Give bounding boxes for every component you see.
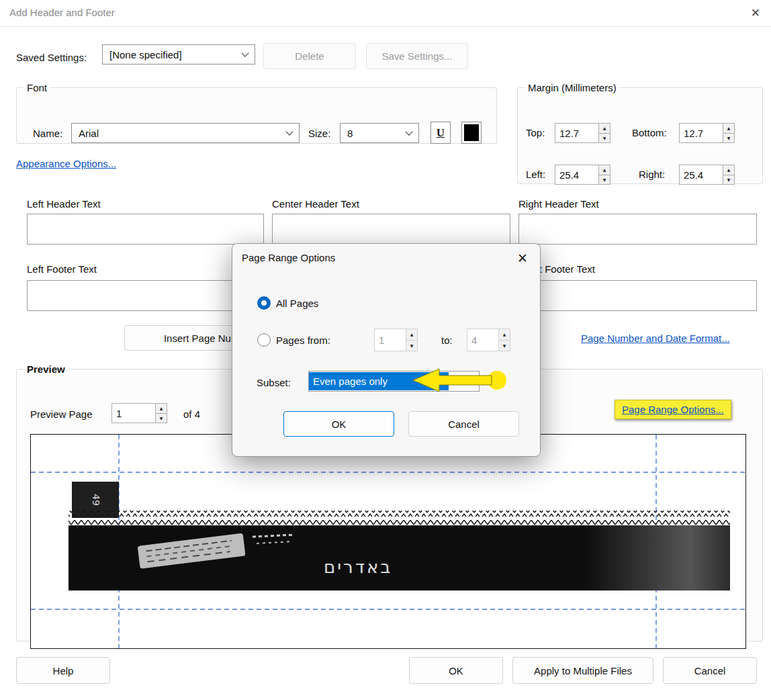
pages-to-input[interactable] [467, 329, 499, 351]
margin-group: Margin (Millimeters) Top: ▲ ▼ Bottom: ▲ … [517, 82, 763, 184]
margin-legend: Margin (Millimeters) [525, 82, 620, 93]
font-size-value: 8 [347, 128, 406, 139]
spinner-down-icon[interactable]: ▼ [723, 175, 735, 185]
appearance-options-link[interactable]: Appearance Options... [16, 158, 116, 169]
dialog-title: Add Header and Footer [9, 7, 115, 18]
modal-cancel-button[interactable]: Cancel [408, 411, 519, 437]
font-name-label: Name: [33, 127, 62, 140]
preview-image: 49 באדרים [31, 435, 746, 649]
page-number-date-format-link[interactable]: Page Number and Date Format... [581, 333, 730, 344]
font-name-value: Arial [79, 128, 287, 139]
left-header-textarea[interactable] [27, 214, 264, 245]
preview-page-input[interactable] [111, 403, 156, 423]
color-sample [464, 124, 479, 141]
preview-page-label: Preview Page [30, 408, 93, 421]
chevron-down-icon [241, 49, 248, 56]
font-name-select[interactable]: Arial [71, 123, 300, 143]
left-footer-textarea[interactable] [27, 280, 264, 311]
spinner-down-icon[interactable]: ▼ [499, 341, 510, 352]
spinner-up-icon[interactable]: ▲ [499, 329, 510, 341]
apply-to-multiple-files-button[interactable]: Apply to Multiple Files [512, 657, 653, 684]
cancel-button[interactable]: Cancel [663, 657, 757, 684]
center-header-textarea[interactable] [272, 214, 510, 245]
center-header-label: Center Header Text [272, 198, 359, 211]
film-edge-zigzag-top [69, 511, 730, 517]
spinner-up-icon[interactable]: ▲ [599, 165, 610, 175]
pages-from-spinner[interactable]: ▲ ▼ [374, 329, 418, 351]
margin-bottom-input[interactable] [679, 123, 723, 143]
pages-from-label: Pages from: [276, 334, 330, 347]
modal-title: Page Range Options [242, 251, 335, 265]
right-header-label: Right Header Text [518, 198, 599, 211]
spinner-up-icon[interactable]: ▲ [599, 123, 610, 134]
spinner-up-icon[interactable]: ▲ [406, 329, 418, 341]
left-footer-label: Left Footer Text [27, 263, 97, 276]
chevron-down-icon [405, 128, 412, 135]
dialog-titlebar: Add Header and Footer ✕ [0, 0, 771, 27]
margin-bottom-spinner[interactable]: ▲ ▼ [679, 123, 735, 143]
film-edge-zigzag-bottom [69, 520, 730, 526]
font-size-label: Size: [308, 127, 330, 140]
help-button[interactable]: Help [16, 657, 110, 684]
margin-bottom-label: Bottom: [632, 126, 667, 140]
spinner-down-icon[interactable]: ▼ [599, 134, 610, 144]
annotation-arrow [410, 367, 512, 395]
pages-from-input[interactable] [374, 329, 406, 351]
margin-left-input[interactable] [555, 165, 599, 185]
saved-settings-value: [None specified] [109, 49, 242, 60]
ok-button[interactable]: OK [409, 657, 503, 684]
preview-legend: Preview [24, 363, 69, 375]
spinner-up-icon[interactable]: ▲ [723, 165, 735, 175]
film-hebrew-text: באדרים [324, 557, 392, 577]
spinner-down-icon[interactable]: ▼ [723, 134, 735, 144]
modal-ok-button[interactable]: OK [283, 411, 394, 437]
saved-settings-select[interactable]: [None specified] [102, 44, 255, 64]
all-pages-radio[interactable] [257, 296, 271, 310]
margin-left-label: Left: [526, 168, 545, 181]
spinner-down-icon[interactable]: ▼ [599, 175, 610, 185]
save-settings-button[interactable]: Save Settings... [366, 43, 468, 69]
page-range-options-highlight: Page Range Options... [615, 400, 731, 419]
font-size-select[interactable]: 8 [340, 123, 419, 143]
margin-right-spinner[interactable]: ▲ ▼ [679, 165, 735, 185]
preview-of-label: of 4 [183, 408, 200, 421]
spinner-down-icon[interactable]: ▼ [156, 414, 167, 424]
margin-top-spinner[interactable]: ▲ ▼ [555, 123, 610, 143]
saved-settings-label: Saved Settings: [16, 51, 87, 64]
right-header-textarea[interactable] [518, 214, 757, 245]
pages-from-radio[interactable] [257, 333, 271, 347]
delete-button[interactable]: Delete [263, 43, 356, 69]
preview-canvas: 49 באדרים [30, 434, 746, 649]
film-number-text: 49 [91, 494, 101, 506]
underline-button[interactable]: U [430, 122, 451, 144]
font-group: Font Name: Arial Size: 8 U [16, 82, 497, 144]
spinner-up-icon[interactable]: ▲ [156, 403, 167, 414]
page-range-options-dialog: Page Range Options ✕ All Pages Pages fro… [232, 243, 541, 457]
spinner-down-icon[interactable]: ▼ [406, 341, 418, 352]
page-range-options-link[interactable]: Page Range Options... [622, 404, 724, 415]
subset-label: Subset: [257, 376, 291, 390]
spinner-up-icon[interactable]: ▲ [723, 123, 735, 134]
all-pages-label: All Pages [276, 297, 318, 310]
preview-page-spinner[interactable]: ▲ ▼ [111, 403, 167, 423]
margin-left-spinner[interactable]: ▲ ▼ [555, 165, 610, 185]
margin-top-label: Top: [526, 126, 545, 140]
margin-right-label: Right: [639, 168, 665, 181]
modal-close-icon[interactable]: ✕ [517, 251, 528, 265]
chevron-down-icon [285, 128, 293, 135]
pages-to-label: to: [441, 334, 453, 347]
font-color-swatch[interactable] [461, 122, 482, 144]
margin-top-input[interactable] [555, 123, 599, 143]
close-icon[interactable]: ✕ [751, 6, 760, 19]
pages-to-spinner[interactable]: ▲ ▼ [467, 329, 510, 351]
left-header-label: Left Header Text [27, 198, 101, 211]
margin-right-input[interactable] [679, 165, 723, 185]
font-legend: Font [24, 82, 50, 93]
right-footer-textarea[interactable] [518, 280, 757, 311]
